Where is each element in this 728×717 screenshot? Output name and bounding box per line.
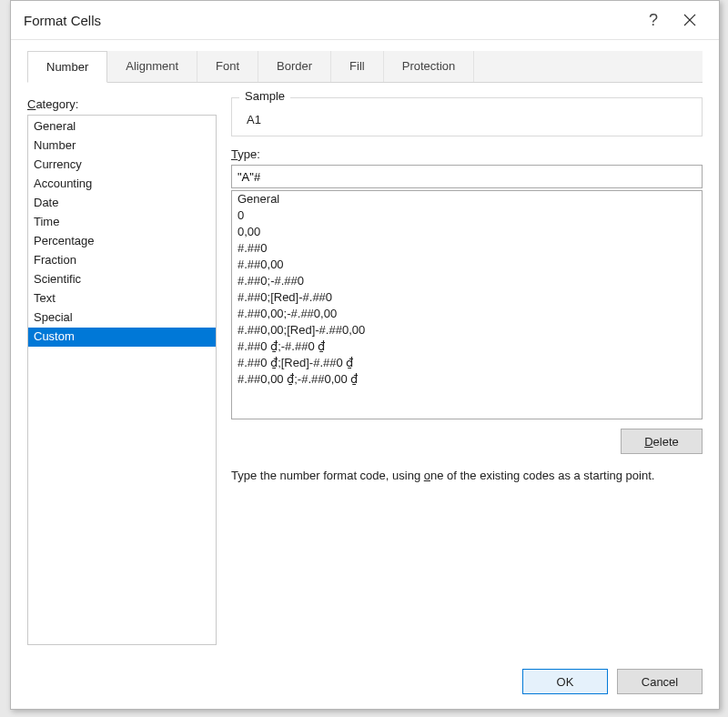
type-option[interactable]: #.##0,00 ₫;-#.##0,00 ₫: [232, 371, 702, 388]
category-item[interactable]: Fraction: [28, 251, 216, 270]
hint-text: Type the number format code, using one o…: [231, 469, 703, 482]
sample-value: A1: [243, 109, 691, 126]
dialog-title: Format Cells: [24, 13, 635, 28]
category-label: Category:: [27, 97, 217, 111]
tab-bar: Number Alignment Font Border Fill Protec…: [27, 51, 703, 83]
category-item[interactable]: Scientific: [28, 270, 216, 289]
category-item[interactable]: Accounting: [28, 175, 216, 194]
cancel-button[interactable]: Cancel: [617, 669, 703, 694]
category-item[interactable]: Special: [28, 308, 216, 328]
type-label: Type:: [231, 147, 703, 161]
details-column: Sample A1 Type: General00,00#.##0#.##0,0…: [231, 97, 703, 645]
type-option[interactable]: 0: [232, 207, 702, 224]
ok-button[interactable]: OK: [522, 669, 608, 694]
type-option[interactable]: 0,00: [232, 224, 702, 240]
category-item[interactable]: Currency: [28, 156, 216, 175]
type-option[interactable]: General: [232, 191, 702, 207]
category-column: Category: GeneralNumberCurrencyAccountin…: [27, 97, 217, 645]
sample-legend: Sample: [239, 89, 290, 103]
tab-fill[interactable]: Fill: [331, 51, 384, 82]
tab-alignment[interactable]: Alignment: [107, 51, 197, 82]
category-item[interactable]: Custom: [28, 328, 216, 347]
type-listbox[interactable]: General00,00#.##0#.##0,00#.##0;-#.##0#.#…: [231, 190, 703, 419]
category-item[interactable]: Text: [28, 289, 216, 308]
type-option[interactable]: #.##0,00;[Red]-#.##0,00: [232, 322, 702, 338]
sample-group: Sample A1: [231, 97, 703, 136]
tab-font[interactable]: Font: [197, 51, 258, 82]
category-item[interactable]: Number: [28, 136, 216, 156]
type-option[interactable]: #.##0 ₫;[Red]-#.##0 ₫: [232, 355, 702, 371]
close-button[interactable]: [672, 2, 708, 38]
type-option[interactable]: #.##0,00: [232, 257, 702, 273]
category-item[interactable]: Time: [28, 213, 216, 232]
category-item[interactable]: General: [28, 117, 216, 136]
delete-button[interactable]: Delete: [621, 429, 703, 454]
category-item[interactable]: Percentage: [28, 232, 216, 251]
titlebar: Format Cells ?: [11, 1, 719, 40]
type-option[interactable]: #.##0;[Red]-#.##0: [232, 289, 702, 306]
help-button[interactable]: ?: [635, 2, 672, 38]
category-listbox[interactable]: GeneralNumberCurrencyAccountingDateTimeP…: [27, 115, 217, 645]
dialog-footer: OK Cancel: [11, 658, 719, 709]
type-option[interactable]: #.##0: [232, 240, 702, 257]
number-pane: Category: GeneralNumberCurrencyAccountin…: [27, 83, 703, 645]
type-option[interactable]: #.##0,00;-#.##0,00: [232, 306, 702, 322]
close-icon: [683, 14, 696, 26]
tab-protection[interactable]: Protection: [384, 51, 475, 82]
type-input[interactable]: [231, 165, 703, 188]
category-item[interactable]: Date: [28, 194, 216, 213]
delete-row: Delete: [231, 429, 703, 454]
type-option[interactable]: #.##0;-#.##0: [232, 273, 702, 289]
tab-border[interactable]: Border: [258, 51, 331, 82]
format-cells-dialog: Format Cells ? Number Alignment Font Bor…: [10, 0, 720, 710]
dialog-body: Number Alignment Font Border Fill Protec…: [11, 40, 719, 658]
type-option[interactable]: #.##0 ₫;-#.##0 ₫: [232, 338, 702, 355]
tab-number[interactable]: Number: [27, 51, 107, 83]
